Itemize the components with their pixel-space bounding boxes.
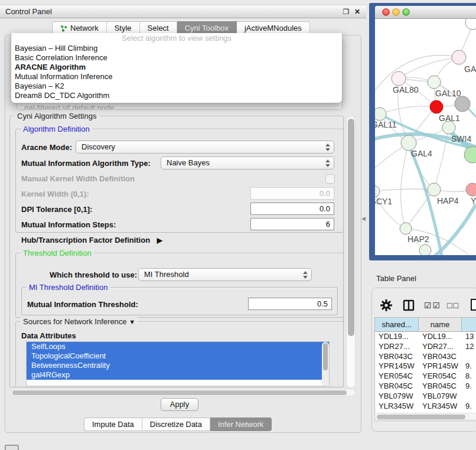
dpi-tolerance-field[interactable]: 0.0	[250, 203, 334, 215]
table-row[interactable]: YBR045CYBR045C9.	[375, 381, 476, 392]
data-attributes-label: Data Attributes	[21, 331, 76, 340]
network-node[interactable]	[465, 19, 476, 30]
column-header-partial[interactable]	[462, 318, 476, 332]
table-row[interactable]: YLR345WYLR345W9.	[375, 402, 476, 412]
network-node[interactable]	[455, 96, 470, 112]
aracne-mode-combo[interactable]: Discovery	[76, 141, 334, 154]
dropdown-item[interactable]: Bayesian – K2	[11, 81, 342, 91]
document-icon[interactable]	[470, 298, 476, 314]
network-node-label: SWI4	[451, 134, 471, 144]
algorithm-dropdown-popup: Select algorithm to view settings Bayesi…	[11, 33, 343, 103]
network-node-label: HAP2	[407, 234, 429, 244]
settings-vertical-scrollbar[interactable]	[346, 116, 356, 388]
column-header-name[interactable]: name	[419, 318, 462, 332]
manual-kernel-label: Manual Kernel Width Definition	[21, 174, 135, 183]
control-panel-titlebar: Control Panel ❐ ✕	[0, 5, 366, 18]
mi-type-label: Mutual Information Algorithm Type:	[21, 159, 151, 168]
dropdown-item[interactable]: Mutual Information Inference	[11, 72, 342, 81]
splitpane-collapse-icon[interactable]: ◀	[361, 216, 366, 221]
settings-group-title: Cyni Algorithm Settings	[15, 112, 99, 120]
network-node[interactable]	[400, 223, 412, 234]
network-node[interactable]	[392, 71, 406, 86]
deselect-all-icon[interactable]: □□	[447, 301, 459, 310]
scrollbar-thumb[interactable]	[377, 415, 465, 419]
close-panel-icon[interactable]: ✕	[353, 7, 362, 17]
table-row[interactable]: YBL079WYBL079W	[375, 392, 476, 402]
network-node[interactable]	[375, 185, 380, 197]
select-all-icon[interactable]: ☑☑	[424, 301, 441, 310]
network-node[interactable]	[428, 183, 441, 196]
network-node-label: GAL4	[411, 149, 432, 158]
dropdown-item-selected[interactable]: ARACNE Algorithm	[11, 63, 342, 72]
zoom-window-icon[interactable]	[402, 8, 410, 16]
bottom-tabs: Impute Data Discretize Data Infer Networ…	[84, 418, 272, 431]
dropdown-item[interactable]: Dream8 DC_TDC Algorithm	[11, 91, 342, 100]
columns-icon[interactable]	[403, 299, 415, 314]
network-node-label: GAL10	[435, 89, 461, 98]
tab-infer-network[interactable]: Infer Network	[210, 418, 272, 431]
network-node[interactable]	[442, 121, 455, 134]
network-window-titlebar[interactable]	[375, 6, 476, 19]
network-node-label: GCY1	[375, 197, 392, 206]
tab-impute-data[interactable]: Impute Data	[84, 418, 142, 431]
network-node[interactable]	[430, 100, 443, 113]
kernel-width-field[interactable]: 0.0	[250, 187, 334, 200]
attribute-item[interactable]: BetweennessCentrality	[27, 361, 329, 370]
attribute-item[interactable]: TopologicalCoefficient	[27, 351, 329, 361]
table-row[interactable]: YPR145WYPR145W9.	[375, 361, 476, 371]
which-threshold-combo[interactable]: MI Threshold	[138, 268, 312, 281]
mi-threshold-field[interactable]: 0.5	[248, 298, 332, 310]
hub-expander[interactable]: Hub/Transcription Factor Definition ▶	[21, 236, 162, 244]
scrollbar-thumb[interactable]	[348, 119, 354, 336]
network-tab-icon	[60, 25, 67, 32]
column-header-shared-name[interactable]: shared...	[375, 318, 419, 332]
which-threshold-label: Which threshold to use:	[50, 270, 137, 279]
tab-discretize-data[interactable]: Discretize Data	[142, 418, 210, 431]
gear-icon[interactable]	[380, 299, 393, 314]
expander-collapsed-icon: ▶	[157, 236, 162, 244]
combo-arrows-icon	[324, 143, 331, 152]
kernel-width-label: Kernel Width (0,1):	[21, 190, 89, 198]
attribute-item[interactable]: SelfLoops	[27, 342, 329, 351]
attribute-item[interactable]: gal4RGexp	[27, 370, 329, 380]
network-node[interactable]	[419, 244, 431, 255]
table-row[interactable]: YDR27...YDR27...12	[375, 342, 476, 352]
network-node-label: HAP4	[437, 196, 459, 206]
collapsed-panel-icon[interactable]	[5, 445, 19, 450]
table-row[interactable]: YDL19...YDL19...13	[375, 332, 476, 342]
network-node[interactable]	[452, 50, 466, 64]
network-node[interactable]	[464, 146, 476, 163]
mi-type-combo[interactable]: Naive Bayes	[161, 156, 334, 169]
table-row[interactable]: YER054CYER054C8.	[375, 371, 476, 381]
scrollbar-thumb[interactable]	[12, 390, 347, 395]
network-node[interactable]	[428, 76, 441, 89]
apply-button[interactable]: Apply	[161, 398, 198, 411]
dropdown-item[interactable]: Basic Correlation Inference	[11, 53, 342, 63]
mi-steps-label: Mutual Information Steps:	[21, 220, 116, 229]
control-panel-title: Control Panel	[5, 7, 52, 16]
network-node-label: GAL80	[393, 85, 419, 94]
algorithm-definition-title: Algorithm Definition	[21, 125, 92, 133]
table-horizontal-scrollbar[interactable]	[374, 413, 476, 420]
mi-threshold-label: Mutual Information Threshold:	[27, 300, 138, 309]
table-row[interactable]: YBR043CYBR043C	[375, 352, 476, 362]
sources-group-title[interactable]: Sources for Network Inference ▼	[21, 317, 138, 327]
table-header: shared... name	[375, 318, 476, 332]
network-node-label: Y	[471, 196, 476, 206]
close-window-icon[interactable]	[382, 8, 390, 16]
combo-arrows-icon	[324, 159, 331, 168]
manual-kernel-checkbox[interactable]	[325, 174, 335, 184]
dropdown-placeholder: Select algorithm to view settings	[11, 33, 342, 44]
settings-horizontal-scrollbar[interactable]	[11, 389, 356, 396]
scrollbar-thumb[interactable]	[323, 343, 328, 370]
combo-arrows-icon	[302, 270, 308, 279]
mi-steps-field[interactable]: 6	[250, 218, 334, 230]
attributes-scrollbar[interactable]	[322, 342, 329, 386]
network-node[interactable]	[466, 183, 476, 196]
dropdown-item[interactable]: Bayesian – Hill Climbing	[11, 44, 342, 53]
network-node[interactable]	[375, 107, 386, 120]
network-canvas[interactable]: GALGAL80GAL10GAL1GAL11SWI4GAL4GCY1HAP4YH…	[375, 19, 476, 255]
minimize-window-icon[interactable]	[392, 8, 400, 16]
float-window-icon[interactable]: ❐	[341, 7, 351, 17]
dpi-tolerance-label: DPI Tolerance [0,1]:	[21, 205, 92, 214]
